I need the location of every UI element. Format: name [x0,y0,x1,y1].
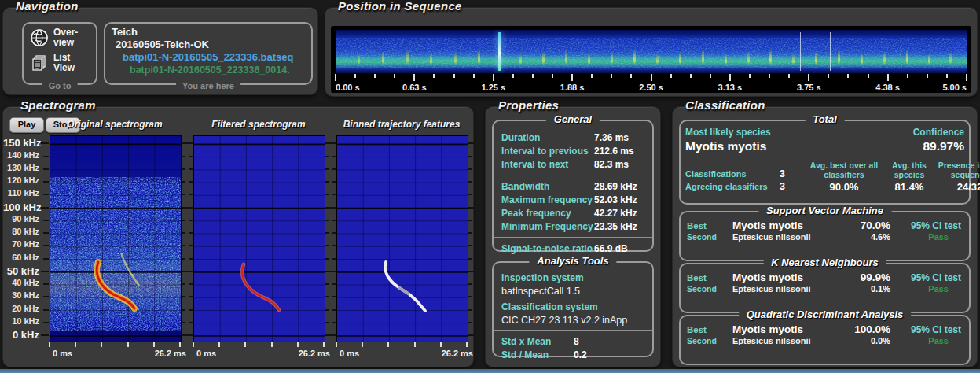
time-axis-tick [153,342,155,347]
sequence-time-axis: 0.00 s0.63 s1.25 s1.88 s2.50 s3.13 s3.75… [336,74,967,93]
freq-axis-tick [468,271,475,272]
call-streak [382,51,384,65]
property-value: 212.6 ms [594,146,644,157]
time-axis-tick [49,342,50,347]
list-view-button[interactable]: List View [30,53,75,73]
time-axis-tick [966,74,967,81]
presence-value: 24/32 [935,181,980,193]
general-legend: General [546,113,600,125]
classification-title: Classification [685,98,765,112]
freq-axis-tick [325,245,329,246]
location-sequence-link[interactable]: batpi01-N-20160505_223336.batseq [123,51,294,63]
call-streak [542,51,545,65]
property-value: 52.03 kHz [594,194,644,205]
freq-axis-tick [189,194,193,195]
call-streak [702,49,704,65]
total-box: Total Most likely species Confidence Myo… [679,120,971,205]
time-axis-tick [887,74,889,81]
freq-axis-tick [189,220,193,221]
freq-axis-tick [332,220,336,221]
most-likely-species-label: Most likely species [685,127,771,138]
sequence-spectrogram-strip[interactable] [336,30,967,73]
knn-best-label: Best [687,273,729,283]
freq-axis-tick [43,322,49,323]
goto-box: Over- view List View Go [22,22,97,85]
time-axis-tick [387,342,389,347]
freq-axis-tick [189,156,193,157]
time-axis-tick [101,342,102,347]
time-axis-tick [374,74,376,78]
freq-axis-tick [332,258,336,260]
presence-label: Presence in this sequence [935,161,980,179]
freq-axis-tick [332,245,336,246]
call-streak [949,51,952,65]
call-streak [478,49,480,65]
time-axis-tick [394,74,395,78]
freq-axis-tick [182,168,185,170]
time-axis-tick [630,74,632,78]
freq-axis-tick [189,245,193,246]
freq-axis-tick [41,334,49,336]
svm-ci-result: Pass [894,232,961,242]
current-call-marker [498,32,501,71]
freq-axis-tick [182,258,185,260]
time-axis-tick [828,74,829,78]
freq-axis-tick [332,322,336,323]
most-likely-species-value: Myotis myotis [685,139,766,153]
property-label: Bandwidth [501,181,594,192]
time-axis-tick [710,74,711,78]
avg-species-stat: Avg. this species 81.4% [886,161,932,193]
original-spectrogram-plot [50,136,181,342]
play-button[interactable]: Play [9,117,44,133]
freq-axis-label: 20 kHz [3,304,39,313]
filtered-spectrogram-chart [193,135,325,342]
time-axis-tick [453,74,455,78]
avg-best-stat: Avg. best over all classifiers 90.0% [805,161,883,193]
location-call-link[interactable]: batpi01-N-20160505_223336_0014. [130,65,290,76]
freq-axis-tick [332,168,336,170]
freq-axis-label: 120 kHz [3,175,39,185]
freq-axis-tick [329,207,336,209]
time-axis-start-label: 0 ms [196,349,216,358]
freq-axis-tick [189,258,193,260]
call-streak [519,54,522,65]
call-streak [430,54,432,65]
svm-second-label: Second [687,232,729,242]
binned-trajectory-plot [337,136,468,342]
freq-axis-tick [43,181,49,183]
svm-best-label: Best [687,221,729,231]
time-axis-end-label: 26.2 ms [292,349,330,358]
time-axis-tick [466,342,468,347]
avg-best-label: Avg. best over all classifiers [805,161,883,179]
stat-value: 8 [574,336,644,347]
freq-axis-tick [468,220,472,221]
overview-label-line2: view [53,38,78,48]
freq-axis-tick [182,322,185,323]
navigation-panel: Navigation Over- view [3,8,317,94]
freq-axis-tick [43,156,49,157]
call-streak [792,54,795,65]
time-axis-tick [907,74,908,78]
freq-axis-label: 70 kHz [3,239,39,249]
globe-icon [30,28,49,47]
classifier-counts: Classifications 3 Agreeing classifiers 3 [685,168,802,193]
freq-axis-tick [329,271,336,272]
freq-axis-tick [186,142,193,144]
app-window: Navigation Over- view [0,0,980,373]
freq-axis-label: 0 kHz [3,329,39,341]
time-axis-tick [670,74,672,78]
svm-second-pct: 4.6% [835,232,890,242]
call-streak [454,51,457,65]
binned-trajectory-chart [336,135,468,342]
freq-axis-tick [186,271,193,272]
goto-legend: Go to [42,81,78,90]
call-streak [679,51,681,65]
overview-button[interactable]: Over- view [30,28,78,48]
property-row: Peak frequency42.27 kHz [501,206,644,220]
freq-axis-label: 60 kHz [3,253,39,262]
freq-axis-tick [189,168,193,170]
time-axis-end-label: 26.2 ms [435,349,473,358]
stat-label: Std / Mean [501,349,574,360]
call-streak [611,51,613,65]
time-axis-tick [946,74,948,78]
